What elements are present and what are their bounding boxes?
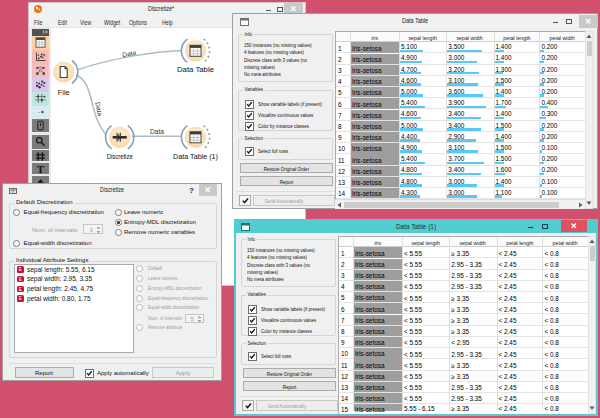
- svg-text:File: File: [58, 88, 70, 97]
- svg-text:Data Table: Data Table: [177, 65, 214, 74]
- svg-text:Data Table (1): Data Table (1): [173, 152, 218, 161]
- svg-text:Data: Data: [150, 128, 164, 135]
- svg-text:Data: Data: [122, 49, 137, 59]
- svg-text:Discretize: Discretize: [107, 152, 133, 161]
